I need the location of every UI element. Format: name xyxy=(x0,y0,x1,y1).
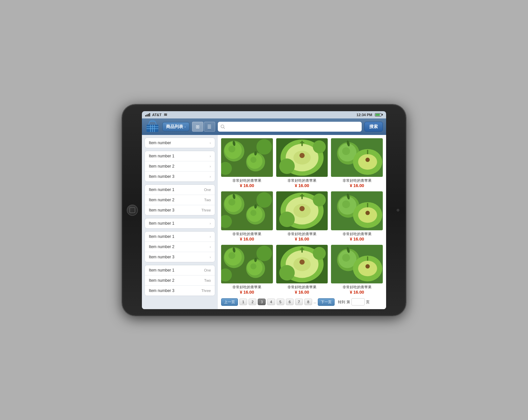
chevron-right-icon: › xyxy=(210,235,211,239)
sidebar-item[interactable]: Item number 1› xyxy=(145,218,215,228)
product-image xyxy=(331,191,383,230)
page-button-6[interactable]: 6 xyxy=(286,299,294,305)
product-card[interactable]: 非常好吃的青苹果¥ 16.00 xyxy=(221,191,273,242)
svg-point-35 xyxy=(366,157,370,162)
page-button-7[interactable]: 7 xyxy=(295,299,303,305)
svg-point-69 xyxy=(228,252,235,259)
product-card[interactable]: 非常好吃的青苹果¥ 16.00 xyxy=(221,138,273,188)
carrier-label: AT&T xyxy=(152,113,162,117)
svg-point-60 xyxy=(342,201,350,209)
product-image xyxy=(331,245,383,284)
chevron-right-icon: › xyxy=(210,141,211,145)
product-price: ¥ 16.00 xyxy=(295,237,309,242)
sidebar-item[interactable]: Item number 2› xyxy=(145,161,215,172)
chevron-right-icon: › xyxy=(210,221,211,225)
ipad-shell: AT&T ≋ 12:34 PM xyxy=(122,105,406,316)
sidebar-item-value: Two xyxy=(204,278,211,282)
product-card[interactable]: 非常好吃的青苹果¥ 16.00 xyxy=(331,245,383,295)
sidebar-item[interactable]: Item number 2Two xyxy=(145,275,215,286)
sidebar-item[interactable]: Item number› xyxy=(145,138,215,148)
screen-bezel: AT&T ≋ 12:34 PM xyxy=(142,111,386,309)
sidebar-item[interactable]: Item number 1One xyxy=(145,185,215,195)
sidebar-item[interactable]: Item number 3› xyxy=(145,172,215,181)
svg-point-56 xyxy=(313,194,326,207)
basket-icon xyxy=(145,119,160,135)
svg-point-31 xyxy=(342,147,350,155)
svg-point-81 xyxy=(299,259,305,265)
sidebar-group-1: Item number 1›Item number 2›Item number … xyxy=(145,151,215,182)
product-name: 非常好吃的青苹果 xyxy=(232,285,261,290)
product-card[interactable]: 非常好吃的青苹果¥ 16.00 xyxy=(331,191,383,242)
product-card[interactable]: 非常好吃的青苹果¥ 16.00 xyxy=(221,245,273,295)
product-name: 非常好吃的青苹果 xyxy=(232,232,261,237)
sidebar-item[interactable]: Item number 3Three xyxy=(145,205,215,215)
sidebar-item-label: Item number 3 xyxy=(149,255,174,259)
sidebar-item[interactable]: Item number 2Two xyxy=(145,195,215,205)
sidebar-item-label: Item number xyxy=(149,141,171,145)
product-card[interactable]: 非常好吃的青苹果¥ 16.00 xyxy=(276,191,328,242)
sidebar-group-5: Item number 1OneItem number 2TwoItem num… xyxy=(145,265,215,296)
chevron-right-icon: › xyxy=(210,175,211,178)
page-button-2[interactable]: 2 xyxy=(248,299,256,305)
svg-point-75 xyxy=(256,245,272,261)
product-name: 非常好吃的青苹果 xyxy=(343,232,372,237)
search-bar xyxy=(218,122,362,132)
sidebar-item-label: Item number 1 xyxy=(149,187,174,192)
svg-point-52 xyxy=(299,206,305,211)
product-price: ¥ 16.00 xyxy=(295,290,309,295)
page-number-input[interactable] xyxy=(351,298,365,306)
svg-point-17 xyxy=(256,139,272,154)
sidebar-item[interactable]: Item number 1› xyxy=(145,151,215,161)
sidebar-item-label: Item number 1 xyxy=(149,154,174,158)
page-button-5[interactable]: 5 xyxy=(277,299,284,305)
page-goto: 转到第页 xyxy=(338,298,370,306)
list-view-button[interactable]: ☰ xyxy=(204,122,215,132)
chevron-right-icon: › xyxy=(210,255,211,259)
page-button-1[interactable]: 1 xyxy=(239,299,247,305)
page-button-4[interactable]: 4 xyxy=(267,299,275,305)
product-card[interactable]: 非常好吃的青苹果¥ 16.00 xyxy=(331,138,383,188)
sidebar-item[interactable]: Item number 2› xyxy=(145,242,215,252)
product-price: ¥ 16.00 xyxy=(240,290,254,295)
breadcrumb-button[interactable]: 商品列表 › xyxy=(162,122,189,131)
sidebar-item-label: Item number 2 xyxy=(149,198,174,202)
breadcrumb-label: 商品列表 xyxy=(166,124,183,130)
product-card[interactable]: 非常好吃的青苹果¥ 16.00 xyxy=(276,245,328,295)
sidebar-item-label: Item number 3 xyxy=(149,208,174,212)
list-icon: ☰ xyxy=(207,124,212,129)
app-content: 商品列表 › ⊞ ☰ xyxy=(142,118,386,309)
sidebar-item[interactable]: Item number 1› xyxy=(145,232,215,242)
chevron-right-icon: › xyxy=(210,154,211,158)
product-name: 非常好吃的青苹果 xyxy=(343,285,372,290)
product-price: ¥ 16.00 xyxy=(350,290,364,295)
svg-line-7 xyxy=(223,127,225,129)
grid-view-button[interactable]: ⊞ xyxy=(192,122,203,132)
signal-bars-icon xyxy=(145,113,150,116)
breadcrumb-chevron-icon: › xyxy=(184,125,186,129)
main-layout: Item number›Item number 1›Item number 2›… xyxy=(142,135,386,309)
top-nav: 商品列表 › ⊞ ☰ xyxy=(142,118,386,135)
sidebar-item[interactable]: Item number 3Three xyxy=(145,286,215,296)
sidebar-item[interactable]: Item number 1One xyxy=(145,265,215,275)
search-button[interactable]: 搜索 xyxy=(364,122,383,132)
sidebar-item-value: One xyxy=(204,268,211,272)
product-image xyxy=(221,138,273,177)
status-bar: AT&T ≋ 12:34 PM xyxy=(142,111,386,118)
prev-page-button[interactable]: 上一页 xyxy=(221,298,238,306)
home-button[interactable] xyxy=(127,205,138,216)
sidebar-item-label: Item number 1 xyxy=(149,268,174,273)
pagination: 上一页12345678...下一页转到第页 xyxy=(221,298,383,306)
product-name: 非常好吃的青苹果 xyxy=(232,178,261,183)
search-input[interactable] xyxy=(227,124,359,129)
product-area: 非常好吃的青苹果¥ 16.00 非常好吃的青苹果¥ 16.00 非常好吃的青苹果… xyxy=(218,135,386,309)
product-image xyxy=(331,138,383,177)
next-page-button[interactable]: 下一页 xyxy=(318,298,335,306)
page-button-3[interactable]: 3 xyxy=(258,299,266,305)
product-card[interactable]: 非常好吃的青苹果¥ 16.00 xyxy=(276,138,328,188)
svg-point-6 xyxy=(221,125,224,128)
sidebar-item-label: Item number 3 xyxy=(149,174,174,179)
svg-point-44 xyxy=(250,210,256,216)
status-right: 12:34 PM xyxy=(356,113,383,117)
page-button-8[interactable]: 8 xyxy=(304,299,312,305)
sidebar-item[interactable]: Item number 3› xyxy=(145,252,215,262)
